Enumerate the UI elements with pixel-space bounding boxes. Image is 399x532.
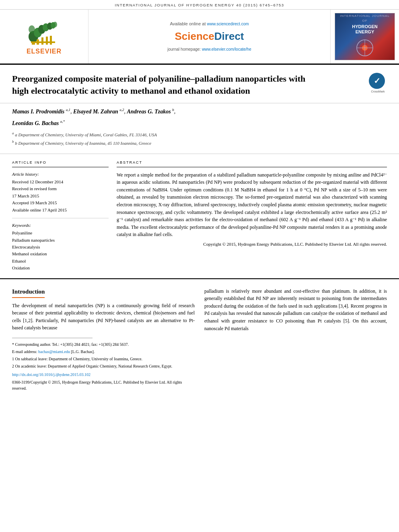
footnote-email-link[interactable]: bachas@miami.edu [38, 349, 70, 354]
body-two-columns: Introduction The development of metal na… [12, 288, 387, 392]
introduction-heading: Introduction [12, 288, 45, 298]
elsevier-logo: ELSEVIER [27, 17, 62, 56]
sd-logo-part1: Science [175, 30, 214, 42]
keywords-section: Keywords: Polyaniline Palladium nanopart… [12, 222, 109, 271]
affiliation-b: b b Department of Chemistry, University … [12, 139, 387, 146]
svg-rect-11 [31, 41, 55, 43]
doi-anchor[interactable]: http://dx.doi.org/10.1016/j.ijhydene.201… [12, 372, 90, 377]
cover-graphic [355, 38, 375, 58]
sciencedirect-area: Available online at www.sciencedirect.co… [88, 10, 331, 64]
publisher-logo-area: ELSEVIER [0, 10, 88, 64]
sciencedirect-url[interactable]: www.sciencedirect.com [207, 22, 249, 26]
copyright-text: Copyright © 2015, Hydrogen Energy Public… [117, 241, 387, 248]
cover-intl-text: International Journal of [337, 14, 392, 23]
abstract-text: We report a simple method for the prepar… [117, 171, 387, 248]
authors-section: Mamas I. Prodromidis a,1, Elsayed M. Zah… [0, 103, 399, 154]
journal-header-bar: International Journal of Hydrogen Energy… [0, 0, 399, 10]
history-revised-date: 17 March 2015 [12, 193, 109, 199]
issn-line: 0360-3199/Copyright © 2015, Hydrogen Ene… [12, 379, 195, 391]
abstract-column: Abstract We report a simple method for t… [117, 160, 387, 272]
author-prodromidis: Mamas I. Prodromidis [12, 109, 64, 115]
keywords-divider [12, 218, 109, 218]
footnote-corresponding: * Corresponding author. Tel.: +1(305) 28… [12, 341, 195, 347]
keyword-2: Palladium nanoparticles [12, 237, 109, 243]
author-zahran: Elsayed M. Zahran [73, 109, 118, 115]
article-info-heading: Article Info [12, 160, 109, 167]
footnote-note1: 1 On sabbatical leave: Department of Che… [12, 356, 195, 362]
journal-citation: International Journal of Hydrogen Energy… [115, 3, 284, 7]
abstract-paragraph: We report a simple method for the prepar… [117, 171, 387, 238]
cover-journal-title: HYDROGENENERGY [352, 24, 378, 35]
keyword-3: Electrocatalysis [12, 244, 109, 250]
elsevier-tree-icon [28, 17, 60, 45]
article-info-column: Article Info Article history: Received 1… [12, 160, 109, 272]
intro-text-col2: palladium is relatively more abundant an… [204, 288, 387, 333]
svg-rect-9 [46, 37, 48, 45]
author-tzakos-affil: b, [172, 109, 175, 115]
abstract-heading: Abstract [117, 160, 387, 167]
history-received: Received 12 December 2014 [12, 179, 109, 185]
footnotes-section: * Corresponding author. Tel.: +1(305) 28… [12, 341, 195, 391]
affiliation-a: a a Department of Chemistry, University … [12, 131, 387, 138]
history-label: Article history: [12, 171, 109, 177]
journal-cover-area: International Journal of HYDROGENENERGY [331, 10, 399, 64]
svg-rect-8 [41, 37, 43, 45]
intro-text-col1: The development of metal nanoparticles (… [12, 302, 195, 332]
authors-line2: Leonidas G. Bachas a,* [12, 119, 387, 127]
crossmark-label: CrossMark [369, 90, 387, 94]
crossmark-icon: ✓ [369, 73, 385, 89]
keyword-1: Polyaniline [12, 230, 109, 236]
available-online-text: Available online at www.sciencedirect.co… [170, 21, 249, 27]
article-title: Preorganized composite material of polya… [12, 73, 314, 97]
keyword-4: Methanol oxidation [12, 251, 109, 257]
body-column-right: palladium is relatively more abundant an… [204, 288, 387, 392]
authors-line1: Mamas I. Prodromidis a,1, Elsayed M. Zah… [12, 107, 387, 116]
journal-header: ELSEVIER Available online at www.science… [0, 10, 399, 65]
author-prodromidis-affil: a,1, [66, 109, 73, 115]
article-title-section: Preorganized composite material of polya… [0, 65, 399, 103]
body-section: Introduction The development of metal na… [0, 279, 399, 401]
sd-logo-part2: Direct [214, 30, 244, 42]
history-accepted: Accepted 19 March 2015 [12, 200, 109, 206]
svg-point-13 [53, 22, 57, 27]
author-zahran-affil: a,2, [119, 109, 127, 115]
crossmark-badge[interactable]: ✓ CrossMark [369, 73, 387, 91]
journal-homepage-text: journal homepage: www.elsevier.com/locat… [167, 47, 251, 52]
doi-link[interactable]: http://dx.doi.org/10.1016/j.ijhydene.201… [12, 372, 195, 378]
author-tzakos: Andreas G. Tzakos [127, 109, 171, 115]
sciencedirect-logo: ScienceDirect [175, 29, 244, 43]
footnote-email: E-mail address: bachas@miami.edu [L.G. B… [12, 349, 195, 355]
history-revised-label: Received in revised form [12, 186, 109, 192]
elsevier-label: ELSEVIER [27, 47, 62, 56]
history-available: Available online 17 April 2015 [12, 207, 109, 213]
footnote-note2: 2 On academic leave: Department of Appli… [12, 363, 195, 369]
journal-homepage-url[interactable]: www.elsevier.com/locate/he [202, 47, 251, 51]
affiliations: a a Department of Chemistry, University … [12, 131, 387, 146]
journal-cover-image: International Journal of HYDROGENENERGY [335, 13, 395, 60]
keyword-6: Oxidation [12, 265, 109, 271]
footnote-divider [12, 338, 93, 338]
author-bachas-affil: a,* [60, 120, 65, 126]
body-column-left: Introduction The development of metal na… [12, 288, 195, 392]
article-info-abstract: Article Info Article history: Received 1… [0, 154, 399, 279]
keywords-label: Keywords: [12, 222, 109, 228]
svg-point-12 [29, 25, 35, 33]
svg-rect-10 [50, 36, 52, 45]
author-bachas: Leonidas G. Bachas [12, 120, 59, 126]
article-history: Article history: Received 12 December 20… [12, 171, 109, 213]
keyword-5: Ethanol [12, 258, 109, 264]
